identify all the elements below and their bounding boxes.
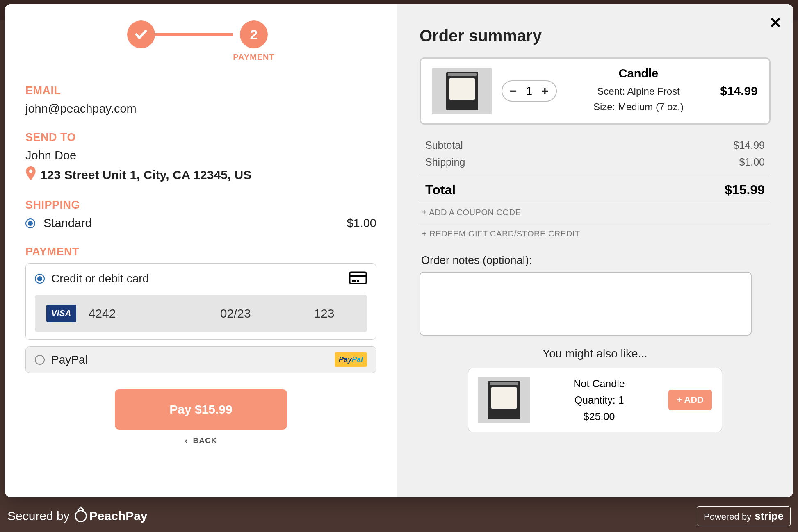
upsell-add-button[interactable]: + ADD [668, 390, 712, 410]
checkmark-icon [127, 20, 155, 48]
back-label: BACK [193, 436, 217, 445]
card-expiry-field[interactable]: 02/23 [191, 307, 280, 321]
step-2-circle: 2 [240, 20, 268, 48]
step-connector [155, 33, 233, 36]
shipping-option-name: Standard [43, 216, 92, 230]
upsell-card: Not Candle Quantity: 1 $25.00 + ADD [468, 368, 722, 432]
secured-by: Secured by PeachPay [7, 509, 148, 523]
order-notes-label: Order notes (optional): [421, 254, 771, 267]
recipient-name: John Doe [25, 149, 376, 162]
checkout-stepper: 2 PAYMENT [25, 20, 376, 62]
qty-increase-button[interactable]: + [541, 85, 549, 97]
payment-option-card[interactable]: Credit or debit card VISA 4242 02/23 123 [25, 263, 376, 340]
credit-card-icon [349, 271, 367, 286]
shipping-standard-radio[interactable] [25, 218, 35, 228]
back-link[interactable]: ‹ BACK [25, 436, 376, 445]
divider [420, 175, 771, 175]
quantity-stepper: − 1 + [502, 80, 557, 102]
order-summary-panel: ✕ Order summary − 1 + Candle Scent: Alpi… [397, 4, 793, 497]
shipping-label: SHIPPING [25, 199, 376, 211]
location-pin-icon [25, 166, 36, 183]
item-size: Size: Medium (7 oz.) [567, 99, 711, 115]
send-to-label: SEND TO [25, 131, 376, 144]
svg-rect-2 [352, 280, 356, 282]
paypal-option-label: PayPal [51, 353, 88, 366]
visa-badge-icon: VISA [46, 305, 76, 322]
shipping-cost-row: Shipping $1.00 [420, 154, 771, 171]
upsell-name: Not Candle [541, 375, 657, 392]
upsell-product-image [478, 377, 530, 423]
checkout-modal: 2 PAYMENT EMAIL john@peachpay.com SEND T… [5, 4, 793, 497]
peach-icon [75, 510, 87, 522]
order-notes-input[interactable] [420, 272, 752, 336]
item-price: $14.99 [720, 84, 758, 98]
paypal-radio[interactable] [35, 355, 45, 365]
upsell-qty: Quantity: 1 [541, 392, 657, 408]
total-value: $15.99 [725, 182, 765, 198]
payment-option-paypal[interactable]: PayPal PayPal [25, 346, 376, 373]
peachpay-logo: PeachPay [75, 509, 148, 523]
item-scent: Scent: Alpine Frost [567, 84, 711, 99]
checkout-form-panel: 2 PAYMENT EMAIL john@peachpay.com SEND T… [5, 4, 397, 497]
powered-by-stripe: Powered by stripe [697, 506, 791, 526]
chevron-left-icon: ‹ [185, 436, 188, 445]
address-row: 123 Street Unit 1, City, CA 12345, US [25, 166, 376, 183]
add-coupon-link[interactable]: + ADD A COUPON CODE [420, 202, 771, 223]
secured-label: Secured by [7, 509, 70, 523]
subtotal-row: Subtotal $14.99 [420, 137, 771, 154]
footer-bar: Secured by PeachPay Powered by stripe [0, 500, 798, 532]
item-name: Candle [567, 67, 711, 80]
step-1 [127, 20, 155, 48]
card-number-field[interactable]: 4242 [89, 307, 178, 321]
product-image [432, 68, 492, 114]
qty-value: 1 [526, 84, 533, 98]
qty-decrease-button[interactable]: − [510, 85, 517, 97]
svg-rect-0 [350, 272, 366, 284]
card-input-row[interactable]: VISA 4242 02/23 123 [35, 295, 367, 332]
order-summary-title: Order summary [420, 27, 771, 45]
cart-item: − 1 + Candle Scent: Alpine Frost Size: M… [420, 57, 771, 125]
email-value: john@peachpay.com [25, 102, 376, 116]
stripe-logo: stripe [755, 510, 784, 523]
total-label: Total [425, 182, 456, 198]
shipping-cost-label: Shipping [425, 156, 465, 168]
shipping-cost-value: $1.00 [739, 156, 765, 168]
step-2: 2 PAYMENT [233, 20, 274, 62]
stripe-prefix: Powered by [704, 512, 751, 522]
pay-button[interactable]: Pay $15.99 [115, 389, 287, 430]
upsell-title: You might also like... [420, 347, 771, 360]
upsell-price: $25.00 [541, 408, 657, 425]
svg-rect-3 [357, 280, 359, 282]
shipping-address: 123 Street Unit 1, City, CA 12345, US [40, 168, 251, 182]
shipping-option-row[interactable]: Standard $1.00 [25, 216, 376, 230]
card-radio[interactable] [35, 274, 45, 284]
shipping-option-price: $1.00 [347, 216, 376, 230]
paypal-logo-icon: PayPal [335, 352, 367, 367]
step-2-label: PAYMENT [233, 52, 274, 62]
redeem-giftcard-link[interactable]: + REDEEM GIFT CARD/STORE CREDIT [420, 223, 771, 244]
payment-label: PAYMENT [25, 246, 376, 258]
subtotal-label: Subtotal [425, 139, 463, 151]
card-cvc-field[interactable]: 123 [293, 307, 356, 321]
email-label: EMAIL [25, 84, 376, 97]
close-icon[interactable]: ✕ [769, 16, 782, 30]
subtotal-value: $14.99 [734, 139, 765, 151]
card-option-label: Credit or debit card [51, 272, 149, 285]
total-row: Total $15.99 [420, 178, 771, 202]
brand-name: PeachPay [89, 509, 148, 523]
